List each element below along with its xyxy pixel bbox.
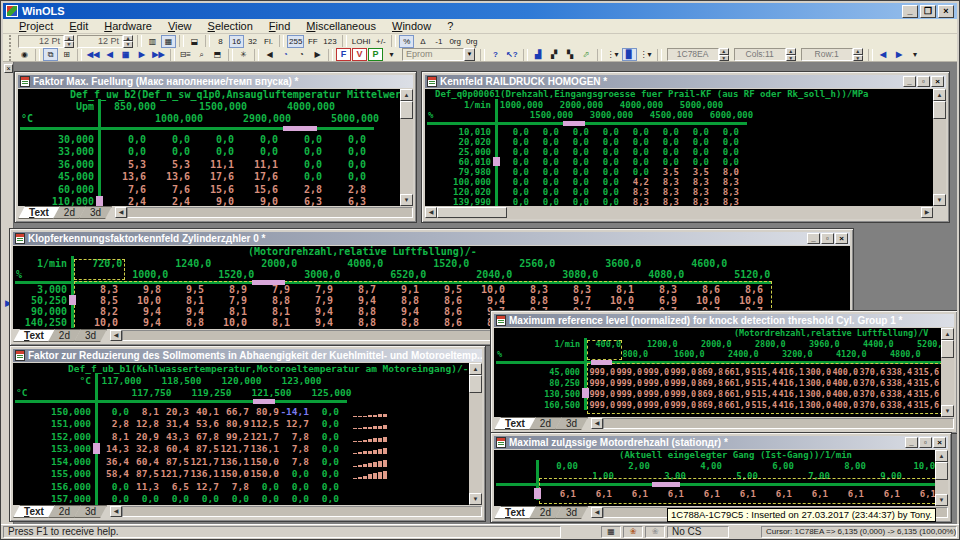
scroll-down-icon[interactable]: ▼: [941, 405, 954, 417]
cell[interactable]: 13,6: [102, 171, 146, 182]
vertical-scrollbar[interactable]: ▲▼: [400, 89, 413, 206]
minimize-button[interactable]: _: [807, 233, 820, 244]
cell[interactable]: 136,1: [189, 468, 219, 479]
statistics2-icon[interactable]: ▞: [547, 48, 562, 61]
spinner-icon[interactable]: ▲▼: [123, 35, 133, 48]
cell[interactable]: 0,0: [234, 134, 278, 145]
cell[interactable]: 0,0: [279, 481, 309, 492]
width-32bit-button[interactable]: 32: [245, 35, 260, 48]
minimize-button[interactable]: _: [902, 5, 918, 18]
menu-item-miscellaneous[interactable]: Miscellaneous: [298, 19, 384, 33]
cell[interactable]: 0,0: [709, 147, 739, 157]
cell[interactable]: 0,0: [499, 187, 529, 197]
cell[interactable]: 0,0: [709, 137, 739, 147]
menu-item-q[interactable]: ?: [439, 19, 461, 33]
cell[interactable]: 0,0: [146, 134, 190, 145]
cell[interactable]: 0,0: [102, 134, 146, 145]
eprom-combo[interactable]: Eprom▼: [402, 48, 475, 61]
map-view[interactable]: (Aktuell eingelegter Gang (Ist-Gang))/1/…: [494, 450, 935, 506]
scroll-left-icon[interactable]: ◀: [591, 507, 603, 518]
scroll-up-icon[interactable]: ▲: [400, 89, 413, 101]
toolbar-grip[interactable]: [9, 49, 12, 61]
display-123-button[interactable]: 123: [321, 35, 338, 48]
spinner-icon[interactable]: ▲▼: [853, 48, 863, 61]
cell[interactable]: 0,0: [249, 493, 279, 504]
cell[interactable]: 8,3: [679, 177, 709, 187]
spinner-icon[interactable]: ▲▼: [786, 48, 796, 61]
cell[interactable]: 0,0: [589, 197, 619, 206]
scrollbar-track[interactable]: [400, 119, 413, 194]
cell[interactable]: 0,0: [99, 481, 129, 492]
cell[interactable]: 2,8: [99, 418, 129, 429]
cell[interactable]: 0,0: [529, 197, 559, 206]
window-tile-icon[interactable]: ⊞: [59, 48, 74, 61]
cell[interactable]: 0,0: [234, 146, 278, 157]
version-previous-icon[interactable]: ◀: [102, 48, 117, 61]
cell[interactable]: 6,3: [322, 196, 366, 206]
cell[interactable]: 5,3: [102, 159, 146, 170]
cell[interactable]: 0,0: [499, 147, 529, 157]
next-map-icon[interactable]: ▶: [310, 48, 325, 61]
vertical-scrollbar[interactable]: ▲▼: [469, 363, 482, 505]
cell[interactable]: 0,0: [559, 177, 589, 187]
cell[interactable]: 40,1: [189, 406, 219, 417]
maps-v-button[interactable]: V: [352, 48, 367, 61]
scrollbar-thumb[interactable]: [941, 340, 954, 358]
cell[interactable]: 0,0: [649, 137, 679, 147]
map-view[interactable]: Def_f_ub_b1(Kьhlwassertemperatur,Motoroe…: [13, 363, 469, 505]
cell[interactable]: 0,0: [529, 157, 559, 167]
cell[interactable]: 0,0: [309, 418, 339, 429]
cell[interactable]: 80,9: [219, 418, 249, 429]
width-16bit-button[interactable]: 16: [229, 35, 244, 48]
cell[interactable]: 17,6: [234, 171, 278, 182]
cell[interactable]: 0,0: [679, 157, 709, 167]
close-button[interactable]: ×: [931, 76, 944, 87]
cell[interactable]: 121,7: [159, 468, 189, 479]
cell[interactable]: 8,1: [99, 431, 129, 442]
scrollbar-track[interactable]: [935, 480, 948, 494]
cell[interactable]: 0,0: [589, 187, 619, 197]
spinner-icon[interactable]: ▲▼: [64, 35, 74, 48]
cell[interactable]: 0,0: [559, 167, 589, 177]
window-titlebar[interactable]: Maximal zulдssige Motordrehzahl (station…: [494, 436, 948, 449]
toolbar-grip[interactable]: [9, 35, 12, 47]
version-last-icon[interactable]: ▶▶: [150, 48, 166, 61]
width-8bit-button[interactable]: 8: [213, 35, 228, 48]
cell[interactable]: 11,1: [190, 159, 234, 170]
cell[interactable]: 87,5: [159, 456, 189, 467]
original-compare-button[interactable]: 0rg̥: [464, 35, 480, 48]
cell[interactable]: 0,0: [322, 134, 366, 145]
scrollbar-thumb[interactable]: [935, 462, 948, 480]
cell[interactable]: 0,0: [309, 456, 339, 467]
cell[interactable]: 0,0: [99, 493, 129, 504]
minimize-button[interactable]: _: [903, 76, 916, 87]
cell[interactable]: 0,0: [129, 493, 159, 504]
display-decimal-button[interactable]: 255: [287, 35, 304, 48]
cell[interactable]: 3,5: [649, 167, 679, 177]
list-style-icon[interactable]: ⋮▾: [605, 48, 621, 61]
maps-dropdown-icon[interactable]: ▾: [384, 48, 399, 61]
cell[interactable]: 0,0: [529, 177, 559, 187]
scrollbar-track[interactable]: [469, 393, 482, 493]
close-button[interactable]: ×: [938, 5, 954, 18]
window-titlebar[interactable]: Kennfeld RAILDRUCK HOMOGEN *_▫×: [425, 75, 946, 88]
cell[interactable]: 0,0: [309, 431, 339, 442]
cell[interactable]: 0,0: [189, 493, 219, 504]
scroll-up-icon[interactable]: ▲: [941, 328, 954, 340]
cell[interactable]: 0,0: [529, 147, 559, 157]
cell[interactable]: 0,0: [529, 187, 559, 197]
cell[interactable]: 8,3: [679, 187, 709, 197]
window-titlebar[interactable]: Klopferkennungsfaktorkennfeld Zylinderzд…: [13, 232, 850, 245]
cell[interactable]: 7,8: [279, 431, 309, 442]
cell[interactable]: 121,7: [249, 431, 279, 442]
scrollbar-thumb[interactable]: [933, 101, 946, 119]
version-overview-icon[interactable]: ▦: [118, 48, 133, 61]
vertical-scrollbar[interactable]: ▲▼: [941, 328, 954, 417]
cell[interactable]: 0,0: [249, 481, 279, 492]
font-size-columns[interactable]: 12 Pt▲▼: [18, 35, 74, 48]
maximize-button[interactable]: ❐: [920, 5, 936, 18]
cell[interactable]: 8,3: [619, 187, 649, 197]
cell[interactable]: 2,4: [102, 196, 146, 206]
cell[interactable]: 0,0: [99, 406, 129, 417]
horizontal-scrollbar[interactable]: [603, 418, 954, 429]
